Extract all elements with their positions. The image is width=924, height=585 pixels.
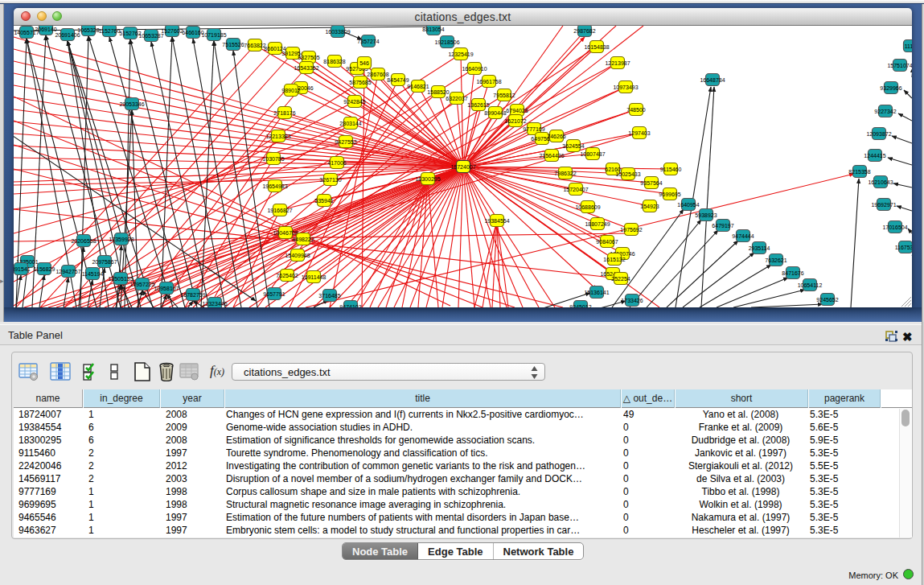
svg-text:9227342: 9227342 <box>874 109 896 114</box>
svg-text:9115460: 9115460 <box>660 167 682 172</box>
svg-text:7515526: 7515526 <box>222 42 244 47</box>
svg-text:16154838: 16154838 <box>584 44 609 50</box>
svg-text:535941: 535941 <box>314 198 333 204</box>
svg-text:10654112: 10654112 <box>798 282 823 288</box>
svg-text:3716485: 3716485 <box>318 293 340 299</box>
svg-text:6794028: 6794028 <box>506 108 528 113</box>
svg-text:9474103: 9474103 <box>339 304 361 308</box>
svg-text:2803144: 2803144 <box>339 121 361 126</box>
svg-text:1297403: 1297403 <box>628 130 650 136</box>
svg-text:12213987: 12213987 <box>605 60 630 66</box>
svg-text:15720407: 15720407 <box>563 187 588 192</box>
svg-text:16033809: 16033809 <box>325 29 350 35</box>
svg-text:10688609: 10688609 <box>575 204 600 210</box>
svg-text:15751074: 15751074 <box>887 63 912 68</box>
svg-text:2867608: 2867608 <box>367 72 388 77</box>
svg-text:1733426: 1733426 <box>621 298 643 303</box>
svg-text:7955812: 7955812 <box>493 93 515 98</box>
svg-text:2718176: 2718176 <box>273 110 295 116</box>
svg-text:17957225: 17957225 <box>129 282 154 287</box>
svg-text:7986322: 7986322 <box>554 171 576 176</box>
svg-text:1975692: 1975692 <box>620 227 642 233</box>
svg-text:19166827: 19166827 <box>267 208 292 213</box>
svg-text:7663822: 7663822 <box>244 43 265 48</box>
svg-text:989012: 989012 <box>281 88 300 93</box>
svg-text:9327505: 9327505 <box>298 55 319 60</box>
svg-text:1112: 1112 <box>905 43 912 49</box>
svg-text:10958107: 10958107 <box>154 286 179 291</box>
svg-text:16961758: 16961758 <box>476 79 501 84</box>
svg-text:9474444: 9474444 <box>732 233 754 239</box>
svg-text:8471676: 8471676 <box>782 270 803 276</box>
svg-text:1244415: 1244415 <box>864 153 885 159</box>
svg-text:19654983: 19654983 <box>262 183 287 189</box>
svg-text:3267130: 3267130 <box>319 177 341 183</box>
svg-text:3624554: 3624554 <box>562 143 584 149</box>
svg-text:16648784: 16648784 <box>700 77 725 83</box>
svg-text:6322037: 6322037 <box>446 96 467 101</box>
svg-text:1156829: 1156829 <box>34 266 55 272</box>
svg-text:16640910: 16640910 <box>462 66 487 72</box>
svg-text:746266: 746266 <box>547 134 565 139</box>
svg-text:12323446: 12323446 <box>202 301 227 307</box>
svg-text:9657791: 9657791 <box>263 291 285 297</box>
svg-text:9245652: 9245652 <box>816 297 838 303</box>
svg-text:546: 546 <box>359 60 369 66</box>
svg-text:1167533: 1167533 <box>895 245 912 250</box>
svg-text:20691406: 20691406 <box>55 32 80 38</box>
svg-text:9242845: 9242845 <box>343 99 365 105</box>
svg-text:9245012: 9245012 <box>569 304 591 308</box>
svg-text:2987682: 2987682 <box>573 28 595 34</box>
svg-text:20206558: 20206558 <box>71 238 96 244</box>
svg-text:748500: 748500 <box>626 107 645 113</box>
svg-text:154923: 154923 <box>640 204 659 209</box>
svg-text:1030785: 1030785 <box>262 156 284 162</box>
svg-text:19218506: 19218506 <box>434 39 459 45</box>
svg-text:4498222: 4498222 <box>292 237 314 242</box>
svg-text:252254: 252254 <box>611 276 630 282</box>
svg-text:15136141: 15136141 <box>584 290 609 295</box>
svg-text:7632621: 7632621 <box>765 257 786 263</box>
svg-text:12942757: 12942757 <box>55 269 80 274</box>
svg-text:21564436: 21564436 <box>539 153 564 159</box>
svg-text:2935114: 2935114 <box>749 245 770 251</box>
svg-text:1362615: 1362615 <box>467 102 489 108</box>
svg-text:2069140: 2069140 <box>35 27 56 32</box>
svg-text:19692971: 19692971 <box>871 202 896 208</box>
svg-text:19384554: 19384554 <box>484 218 509 224</box>
svg-text:5875685: 5875685 <box>349 80 371 85</box>
svg-text:17359928: 17359928 <box>109 237 133 242</box>
svg-text:8454749: 8454749 <box>387 77 409 83</box>
svg-text:18300295: 18300295 <box>415 176 440 182</box>
svg-text:1621072: 1621072 <box>504 118 526 124</box>
svg-text:7625402: 7625402 <box>276 273 298 278</box>
svg-text:12093872: 12093872 <box>866 131 891 137</box>
svg-text:9777169: 9777169 <box>523 126 544 132</box>
svg-text:391541: 391541 <box>14 266 31 272</box>
svg-text:10719185: 10719185 <box>201 32 226 38</box>
svg-text:10653287: 10653287 <box>138 33 163 39</box>
svg-text:16543362: 16543362 <box>294 65 318 71</box>
svg-text:20975867: 20975867 <box>92 259 117 265</box>
svg-text:18724007: 18724007 <box>450 164 475 170</box>
svg-text:12213383: 12213383 <box>265 134 290 139</box>
svg-text:8186328: 8186328 <box>323 59 345 64</box>
svg-text:10973493: 10973493 <box>613 84 638 90</box>
svg-text:8215358: 8215358 <box>848 169 870 175</box>
svg-text:7357274: 7357274 <box>357 39 379 44</box>
svg-text:1152760: 1152760 <box>99 28 121 34</box>
svg-text:12505135: 12505135 <box>108 276 133 282</box>
svg-text:417006: 417006 <box>327 160 346 166</box>
svg-text:9084067: 9084067 <box>596 239 618 245</box>
svg-text:12325419: 12325419 <box>448 51 473 57</box>
svg-text:1640954: 1640954 <box>677 202 699 208</box>
svg-text:8813054: 8813054 <box>422 27 444 32</box>
svg-text:1588520: 1588520 <box>427 89 449 95</box>
svg-text:1527602: 1527602 <box>161 28 183 34</box>
svg-text:9146821: 9146821 <box>407 84 429 89</box>
svg-text:15409948: 15409948 <box>285 253 310 258</box>
svg-text:10025433: 10025433 <box>615 171 640 177</box>
svg-text:9699695: 9699695 <box>659 192 680 197</box>
svg-text:18807249: 18807249 <box>585 221 610 227</box>
svg-text:1145194: 1145194 <box>82 271 104 277</box>
